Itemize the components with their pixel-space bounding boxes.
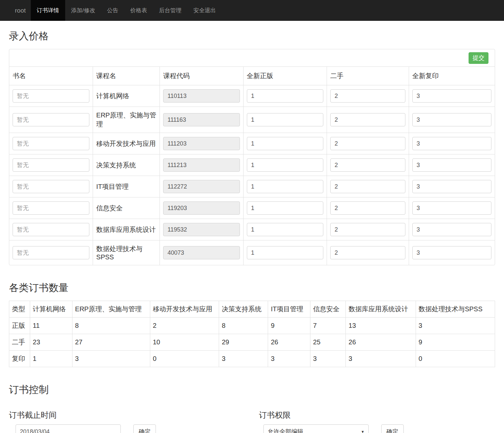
quantity-value: 0: [150, 351, 219, 367]
book-name-input[interactable]: [13, 246, 89, 259]
nav-link[interactable]: 添加/修改: [65, 0, 101, 21]
submit-button[interactable]: 提交: [469, 52, 488, 64]
course-name: ERP原理、实施与管理: [96, 111, 156, 128]
quantity-value: 9: [268, 318, 310, 334]
price-second-hand-input[interactable]: [330, 223, 405, 236]
price-table-row: 决策支持系统: [9, 154, 495, 176]
price-table-row: IT项目管理: [9, 176, 495, 197]
price-new-genuine-input[interactable]: [247, 246, 323, 259]
quantity-row-type: 复印: [9, 351, 30, 367]
price-column-header: 全新正版: [243, 67, 327, 85]
quantity-value: 3: [268, 351, 310, 367]
course-name: 数据库应用系统设计: [96, 226, 156, 233]
book-name-input[interactable]: [13, 113, 89, 126]
price-new-genuine-input[interactable]: [247, 158, 323, 172]
book-name-input[interactable]: [13, 89, 89, 103]
deadline-confirm-button[interactable]: 确定: [133, 424, 156, 433]
permission-confirm-button[interactable]: 确定: [381, 424, 404, 433]
price-new-genuine-input[interactable]: [247, 89, 323, 103]
price-second-hand-input[interactable]: [330, 246, 405, 259]
course-code-input: [163, 89, 240, 103]
price-section-title: 录入价格: [9, 29, 495, 43]
price-column-header: 课程代码: [160, 67, 243, 85]
deadline-date-input[interactable]: [16, 424, 121, 433]
course-name: 移动开发技术与应用: [96, 140, 156, 147]
book-name-input[interactable]: [13, 223, 89, 236]
permission-select-wrap: 允许全部编辑 ▼: [263, 424, 369, 433]
price-column-header: 全新复印: [409, 67, 495, 85]
quantity-value: 10: [150, 334, 219, 351]
book-name-input[interactable]: [13, 137, 89, 150]
quantity-value: 0: [416, 351, 495, 367]
course-name: 计算机网络: [96, 92, 129, 100]
price-table-row: 数据库应用系统设计: [9, 219, 495, 240]
quantity-table: 类型计算机网络ERP原理、实施与管理移动开发技术与应用决策支持系统IT项目管理信…: [9, 301, 495, 367]
quantity-value: 27: [72, 334, 150, 351]
course-name: 信息安全: [96, 204, 123, 212]
quantity-column-header: 数据库应用系统设计: [346, 301, 416, 318]
price-new-copy-input[interactable]: [412, 223, 491, 236]
course-code-input: [163, 113, 240, 126]
permission-select[interactable]: 允许全部编辑: [263, 424, 369, 433]
price-column-header: 课程名: [93, 67, 160, 85]
nav-link[interactable]: 后台管理: [153, 0, 187, 21]
price-table-row: 信息安全: [9, 197, 495, 219]
price-new-copy-input[interactable]: [412, 201, 491, 215]
price-form-toolbar: 提交: [9, 49, 495, 67]
price-second-hand-input[interactable]: [330, 113, 405, 126]
quantity-value: 13: [346, 318, 416, 334]
course-name: 数据处理技术与SPSS: [96, 245, 143, 261]
quantity-row-type: 二手: [9, 334, 30, 351]
quantity-value: 3: [416, 318, 495, 334]
price-new-copy-input[interactable]: [412, 246, 491, 259]
quantity-table-row: 正版1182897133: [9, 318, 495, 334]
main-content: 录入价格 提交 书名课程名课程代码全新正版二手全新复印 计算机网络ERP原理、实…: [0, 29, 504, 433]
book-name-input[interactable]: [13, 201, 89, 215]
permission-column: 订书权限 允许全部编辑 ▼ 确定: [252, 403, 495, 433]
price-second-hand-input[interactable]: [330, 137, 405, 150]
navbar-item: 安全退出: [187, 0, 222, 21]
quantity-value: 8: [72, 318, 150, 334]
price-new-copy-input[interactable]: [412, 113, 491, 126]
navbar-item: 添加/修改: [65, 0, 101, 21]
quantity-value: 11: [30, 318, 72, 334]
quantity-value: 1: [30, 351, 72, 367]
price-new-copy-input[interactable]: [412, 89, 491, 103]
quantity-value: 8: [219, 318, 268, 334]
quantity-value: 9: [416, 334, 495, 351]
nav-link[interactable]: 安全退出: [187, 0, 222, 21]
price-new-copy-input[interactable]: [412, 137, 491, 150]
navbar-brand[interactable]: root: [10, 0, 31, 21]
course-code-input: [163, 223, 240, 236]
book-name-input[interactable]: [13, 180, 89, 193]
quantity-column-header: 信息安全: [310, 301, 346, 318]
price-new-genuine-input[interactable]: [247, 137, 323, 150]
nav-link[interactable]: 订书详情: [31, 0, 65, 21]
price-new-copy-input[interactable]: [412, 158, 491, 172]
book-name-input[interactable]: [13, 158, 89, 172]
course-code-input: [163, 201, 240, 215]
price-new-genuine-input[interactable]: [247, 223, 323, 236]
quantity-value: 26: [346, 334, 416, 351]
course-name: 决策支持系统: [96, 161, 136, 169]
quantity-column-header: 决策支持系统: [219, 301, 268, 318]
quantity-value: 3: [219, 351, 268, 367]
navbar-item: 价格表: [124, 0, 153, 21]
permission-form: 允许全部编辑 ▼ 确定: [252, 424, 495, 433]
price-table-row: ERP原理、实施与管理: [9, 107, 495, 133]
price-second-hand-input[interactable]: [330, 89, 405, 103]
navbar-menu: 订书详情添加/修改公告价格表后台管理安全退出: [31, 0, 222, 21]
quantity-table-row: 复印13033330: [9, 351, 495, 367]
price-new-genuine-input[interactable]: [247, 180, 323, 193]
price-new-copy-input[interactable]: [412, 180, 491, 193]
price-second-hand-input[interactable]: [330, 180, 405, 193]
quantity-column-header: 计算机网络: [30, 301, 72, 318]
control-section-title: 订书控制: [9, 383, 495, 397]
navbar: root 订书详情添加/修改公告价格表后台管理安全退出: [0, 0, 504, 21]
price-new-genuine-input[interactable]: [247, 201, 323, 215]
nav-link[interactable]: 价格表: [124, 0, 153, 21]
nav-link[interactable]: 公告: [101, 0, 124, 21]
price-second-hand-input[interactable]: [330, 201, 405, 215]
price-new-genuine-input[interactable]: [247, 113, 323, 126]
price-second-hand-input[interactable]: [330, 158, 405, 172]
